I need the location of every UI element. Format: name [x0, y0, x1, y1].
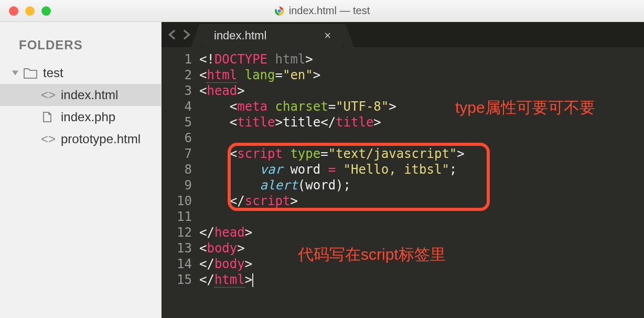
tree-file-prototype-html[interactable]: <>prototype.html [0, 128, 161, 150]
folder-label: test [43, 66, 63, 80]
line-number: 12 [162, 225, 192, 240]
titlebar: index.html — test [0, 0, 644, 22]
code-line[interactable]: var word = "Hello, itbsl"; [199, 162, 644, 177]
code-content[interactable]: <!DOCTYPE html><html lang="en"><head> <m… [199, 51, 644, 318]
tab-bar: index.html × [162, 22, 644, 47]
code-line[interactable]: <!DOCTYPE html> [199, 51, 644, 67]
code-line[interactable]: alert(word); [199, 177, 644, 193]
code-line[interactable]: <body> [199, 240, 644, 256]
code-file-icon: <> [41, 88, 56, 102]
window-title-group: index.html — test [274, 5, 370, 17]
text-cursor [252, 273, 253, 287]
code-line[interactable]: </body> [199, 256, 644, 272]
code-line[interactable] [199, 130, 644, 146]
line-number: 4 [162, 99, 192, 114]
file-label: index.php [61, 110, 115, 124]
line-number: 5 [162, 114, 192, 130]
minimize-button[interactable] [25, 6, 35, 16]
nav-forward-icon[interactable] [180, 29, 192, 40]
folder-icon [23, 67, 38, 79]
chrome-file-icon [274, 6, 285, 16]
maximize-button[interactable] [41, 6, 51, 16]
code-line[interactable]: <title>title</title> [199, 114, 644, 130]
line-number: 8 [162, 162, 192, 177]
code-line[interactable]: <meta charset="UTF-8"> [199, 99, 644, 114]
code-line[interactable]: </head> [199, 225, 644, 240]
line-number: 3 [162, 83, 192, 99]
code-line[interactable]: <script type="text/javascript"> [199, 146, 644, 162]
line-number: 6 [162, 130, 192, 146]
tree-file-index-html[interactable]: <>index.html [0, 84, 161, 106]
code-line[interactable]: </script> [199, 193, 644, 209]
line-gutter: 123456789101112131415 [162, 51, 199, 318]
nav-back-icon[interactable] [167, 29, 178, 40]
file-label: prototype.html [61, 132, 141, 146]
line-number: 14 [162, 256, 192, 272]
sidebar-header: FOLDERS [0, 38, 161, 52]
line-number: 13 [162, 240, 192, 256]
line-number: 15 [162, 272, 192, 288]
tree-folder-test[interactable]: test [0, 62, 161, 84]
code-file-icon: <> [41, 132, 56, 146]
line-number: 11 [162, 209, 192, 225]
close-button[interactable] [9, 6, 18, 16]
window-title: index.html — test [289, 5, 370, 17]
code-line[interactable] [199, 209, 644, 225]
tree-file-index-php[interactable]: index.php [0, 106, 161, 128]
file-label: index.html [61, 88, 118, 102]
line-number: 1 [162, 51, 192, 67]
line-number: 7 [162, 146, 192, 162]
code-area[interactable]: 123456789101112131415 <!DOCTYPE html><ht… [162, 47, 644, 318]
tab-nav-arrows [167, 22, 192, 47]
tab-label: index.html [214, 29, 266, 43]
line-number: 10 [162, 193, 192, 209]
code-line[interactable]: <html lang="en"> [199, 67, 644, 83]
disclosure-triangle-icon [10, 68, 20, 78]
line-number: 2 [162, 67, 192, 83]
file-icon [41, 111, 53, 123]
code-line[interactable]: </html> [199, 272, 644, 288]
line-number: 9 [162, 177, 192, 193]
editor-pane: index.html × 123456789101112131415 <!DOC… [162, 22, 644, 318]
file-tree: test <>index.htmlindex.php<>prototype.ht… [0, 62, 161, 150]
code-line[interactable]: <head> [199, 83, 644, 99]
traffic-lights [9, 6, 51, 16]
tab-close-icon[interactable]: × [324, 29, 331, 43]
tab-index-html[interactable]: index.html × [202, 24, 342, 47]
sidebar: FOLDERS test <>index.htmlindex.php<>prot… [0, 22, 162, 318]
svg-point-2 [277, 9, 282, 13]
